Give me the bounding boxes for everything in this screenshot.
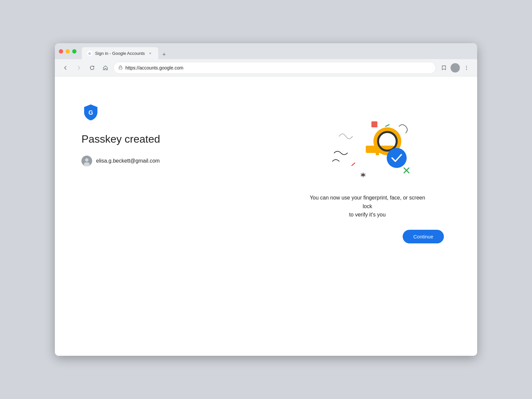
passkey-illustration [314,103,421,183]
description-text: You can now use your fingerprint, face, … [304,194,431,219]
browser-window: G Sign in - Google Accounts × + [55,43,477,356]
user-row: elisa.g.beckett@gmail.com [81,156,271,166]
minimize-window-button[interactable] [66,49,70,54]
svg-rect-10 [371,121,377,127]
page-title: Passkey created [81,132,271,146]
tab-close-button[interactable]: × [148,51,153,56]
svg-point-5 [466,69,467,69]
tab-bar: G Sign in - Google Accounts × + [82,43,473,59]
url-display: https://accounts.google.com [125,65,431,70]
right-panel: You can now use your fingerprint, face, … [284,96,451,336]
address-bar[interactable]: https://accounts.google.com [113,62,436,74]
left-panel: G Passkey created elisa.g.beckett@gmail.… [81,96,271,336]
title-bar: G Sign in - Google Accounts × + [55,43,477,59]
svg-point-9 [84,162,90,166]
back-button[interactable] [60,63,71,73]
svg-point-25 [387,148,407,168]
svg-text:G: G [88,52,91,55]
user-avatar [81,156,92,166]
home-button[interactable] [100,63,111,73]
svg-text:G: G [88,109,93,116]
svg-point-4 [466,67,467,68]
page-content: G Passkey created elisa.g.beckett@gmail.… [55,76,477,356]
svg-rect-22 [382,151,386,155]
lock-icon [118,65,123,70]
svg-rect-2 [119,67,122,69]
svg-point-8 [85,158,88,162]
google-shield-logo: G [81,103,100,122]
nav-right-controls [439,63,472,73]
active-tab[interactable]: G Sign in - Google Accounts × [82,47,158,59]
menu-button[interactable] [461,63,472,73]
traffic-lights [59,49,76,54]
tab-favicon-icon: G [87,51,92,56]
new-tab-button[interactable]: + [160,50,169,59]
forward-button[interactable] [73,63,84,73]
maximize-window-button[interactable] [72,49,76,54]
svg-rect-21 [376,151,379,155]
profile-avatar[interactable] [451,63,460,72]
reload-button[interactable] [87,63,97,73]
nav-bar: https://accounts.google.com [55,59,477,76]
bookmark-button[interactable] [439,63,449,73]
svg-point-3 [466,66,467,66]
svg-line-11 [352,163,355,166]
continue-button[interactable]: Continue [403,230,444,243]
tab-title-label: Sign in - Google Accounts [95,51,145,56]
close-window-button[interactable] [59,49,63,54]
user-email-label: elisa.g.beckett@gmail.com [96,158,160,164]
